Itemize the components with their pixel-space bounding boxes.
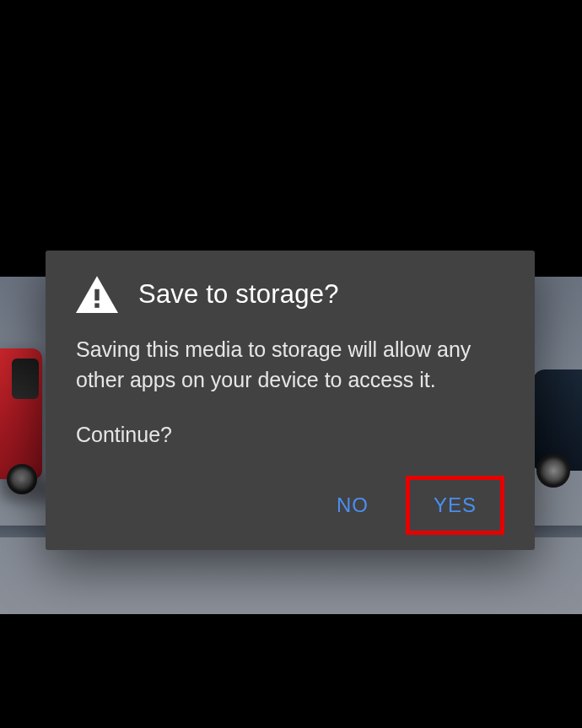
svg-rect-1 [94, 303, 99, 307]
dialog-message-line2: Continue? [76, 420, 504, 450]
dialog-title: Save to storage? [138, 279, 339, 310]
no-button[interactable]: NO [321, 483, 384, 527]
dialog-actions: NO YES [76, 476, 504, 535]
background-car-dark [533, 369, 582, 471]
svg-rect-0 [94, 289, 99, 301]
warning-icon [76, 276, 118, 313]
dialog-header: Save to storage? [76, 276, 504, 313]
yes-button-highlight: YES [406, 476, 504, 535]
dialog-body: Saving this media to storage will allow … [76, 335, 504, 450]
dialog-message-line1: Saving this media to storage will allow … [76, 335, 504, 395]
background-car-red [0, 348, 42, 479]
save-to-storage-dialog: Save to storage? Saving this media to st… [46, 251, 535, 550]
yes-button[interactable]: YES [415, 488, 495, 522]
